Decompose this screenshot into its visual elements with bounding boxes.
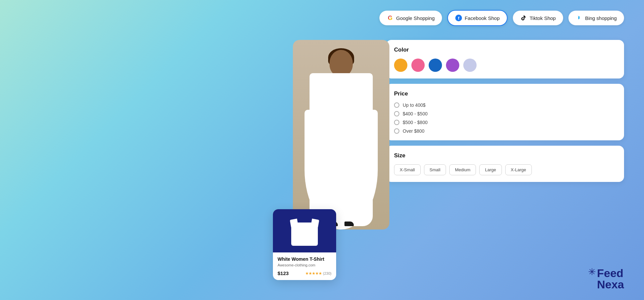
tshirt-product-name: White Women T-Shirt bbox=[278, 256, 331, 262]
main-content: White Women T-Shirt Awesome-clothing.com… bbox=[283, 40, 624, 287]
price-label-500-800: $500 - $800 bbox=[403, 120, 428, 125]
color-swatch-pink[interactable] bbox=[411, 59, 425, 72]
tshirt-stars: ★★★★★ bbox=[305, 271, 322, 276]
color-swatch-lavender[interactable] bbox=[463, 59, 477, 72]
size-filter-title: Size bbox=[394, 152, 616, 159]
tshirt-review-count: (230) bbox=[323, 271, 331, 275]
top-navigation: G Google Shopping f Facebook Shop Tiktok… bbox=[379, 10, 624, 26]
logo-text-block: Feed Nexa bbox=[597, 267, 624, 290]
radio-500-800[interactable] bbox=[394, 120, 399, 125]
google-icon: G bbox=[387, 15, 393, 21]
google-shopping-label: Google Shopping bbox=[396, 15, 435, 21]
tshirt-info: White Women T-Shirt Awesome-clothing.com… bbox=[273, 252, 336, 280]
price-label-up-to-400: Up to 400$ bbox=[403, 102, 426, 108]
size-btn-s[interactable]: Small bbox=[424, 164, 446, 175]
feednexa-logo: ✳ Feed Nexa bbox=[588, 267, 624, 290]
color-filter-title: Color bbox=[394, 47, 616, 53]
filters-panel: Color Price Up to 400$ $400 - $500 bbox=[386, 40, 624, 287]
size-btn-xs[interactable]: X-Small bbox=[394, 164, 421, 175]
tiktok-shop-button[interactable]: Tiktok Shop bbox=[513, 11, 563, 25]
head bbox=[329, 50, 353, 76]
tiktok-icon bbox=[520, 15, 527, 21]
dress-figure bbox=[305, 43, 378, 229]
google-shopping-button[interactable]: G Google Shopping bbox=[379, 11, 442, 25]
price-option-up-to-400[interactable]: Up to 400$ bbox=[394, 102, 616, 108]
facebook-shop-label: Facebook Shop bbox=[465, 15, 500, 21]
bing-icon bbox=[576, 15, 582, 21]
size-btn-l[interactable]: Large bbox=[479, 164, 502, 175]
tshirt-price-row: $123 ★★★★★ (230) bbox=[278, 270, 331, 276]
bing-shopping-button[interactable]: Bing shopping bbox=[568, 11, 624, 25]
tshirt-image-area bbox=[273, 209, 336, 252]
facebook-icon: f bbox=[455, 15, 462, 21]
right-foot bbox=[344, 222, 354, 226]
bing-shopping-label: Bing shopping bbox=[585, 15, 617, 21]
tshirt-product-card[interactable]: White Women T-Shirt Awesome-clothing.com… bbox=[273, 209, 336, 280]
tiktok-shop-label: Tiktok Shop bbox=[530, 15, 556, 21]
radio-400-500[interactable] bbox=[394, 111, 399, 116]
product-image-panel: White Women T-Shirt Awesome-clothing.com… bbox=[283, 40, 379, 287]
price-option-500-800[interactable]: $500 - $800 bbox=[394, 120, 616, 125]
logo-asterisk: ✳ bbox=[588, 267, 596, 277]
price-filter-title: Price bbox=[394, 90, 616, 97]
color-swatch-purple[interactable] bbox=[446, 59, 459, 72]
price-filter-card: Price Up to 400$ $400 - $500 $500 - $800… bbox=[386, 84, 624, 140]
price-label-400-500: $400 - $500 bbox=[403, 111, 428, 116]
facebook-shop-button[interactable]: f Facebook Shop bbox=[447, 10, 508, 26]
size-btn-m[interactable]: Medium bbox=[449, 164, 476, 175]
tshirt-rating: ★★★★★ (230) bbox=[305, 271, 331, 276]
dress-image-card bbox=[293, 40, 389, 229]
color-swatch-gold[interactable] bbox=[394, 59, 407, 72]
dress-body bbox=[310, 73, 373, 226]
size-btn-xl[interactable]: X-Large bbox=[505, 164, 532, 175]
radio-up-to-400[interactable] bbox=[394, 102, 399, 108]
logo-nexa: Nexa bbox=[597, 279, 624, 290]
price-options: Up to 400$ $400 - $500 $500 - $800 Over … bbox=[394, 102, 616, 134]
color-swatch-blue[interactable] bbox=[429, 59, 442, 72]
color-swatches bbox=[394, 59, 616, 72]
tshirt-price: $123 bbox=[278, 270, 289, 276]
tshirt-store-name: Awesome-clothing.com bbox=[278, 263, 331, 267]
size-filter-card: Size X-Small Small Medium Large X-Large bbox=[386, 146, 624, 182]
radio-over-800[interactable] bbox=[394, 128, 399, 134]
price-label-over-800: Over $800 bbox=[403, 128, 424, 134]
size-grid: X-Small Small Medium Large X-Large bbox=[394, 164, 616, 175]
price-option-over-800[interactable]: Over $800 bbox=[394, 128, 616, 134]
color-filter-card: Color bbox=[386, 40, 624, 78]
logo-feed: Feed bbox=[597, 267, 624, 279]
price-option-400-500[interactable]: $400 - $500 bbox=[394, 111, 616, 116]
